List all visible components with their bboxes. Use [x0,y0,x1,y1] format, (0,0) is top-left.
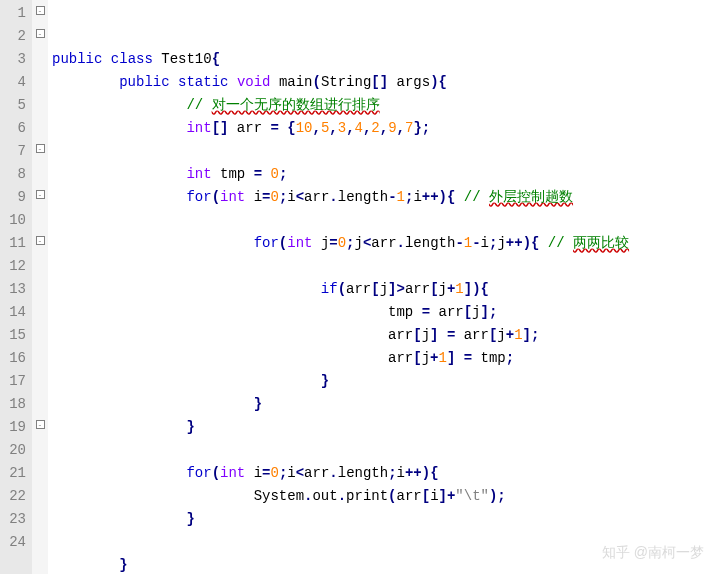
code-line[interactable]: public class Test10{ [52,48,720,71]
line-number: 17 [2,370,26,393]
fold-marker [32,161,48,184]
fold-column: ------ [32,0,48,574]
fold-marker [32,391,48,414]
fold-marker [32,506,48,529]
fold-marker [32,483,48,506]
code-line[interactable]: for(int i=0;i<arr.length-1;i++){ // 外层控制… [52,186,720,209]
line-number: 18 [2,393,26,416]
fold-marker [32,46,48,69]
fold-marker[interactable]: - [32,414,48,437]
line-number: 4 [2,71,26,94]
fold-marker [32,115,48,138]
fold-marker [32,207,48,230]
line-number: 12 [2,255,26,278]
line-number: 21 [2,462,26,485]
code-line[interactable]: arr[j+1] = tmp; [52,347,720,370]
code-line[interactable]: int tmp = 0; [52,163,720,186]
code-line[interactable]: int[] arr = {10,5,3,4,2,9,7}; [52,117,720,140]
line-number: 9 [2,186,26,209]
line-number: 6 [2,117,26,140]
line-number: 24 [2,531,26,554]
line-number: 2 [2,25,26,48]
line-number: 20 [2,439,26,462]
code-line[interactable] [52,439,720,462]
line-number: 22 [2,485,26,508]
line-number: 3 [2,48,26,71]
line-number: 7 [2,140,26,163]
fold-marker [32,322,48,345]
fold-marker [32,299,48,322]
code-line[interactable]: } [52,370,720,393]
line-number: 16 [2,347,26,370]
line-number: 23 [2,508,26,531]
line-number: 1 [2,2,26,25]
code-line[interactable]: public static void main(String[] args){ [52,71,720,94]
code-line[interactable] [52,255,720,278]
code-line[interactable]: for(int i=0;i<arr.length;i++){ [52,462,720,485]
code-line[interactable]: System.out.print(arr[i]+"\t"); [52,485,720,508]
fold-marker[interactable]: - [32,0,48,23]
fold-marker[interactable]: - [32,23,48,46]
code-line[interactable]: // 对一个无序的数组进行排序 [52,94,720,117]
line-number: 5 [2,94,26,117]
code-line[interactable]: for(int j=0;j<arr.length-1-i;j++){ // 两两… [52,232,720,255]
code-line[interactable]: arr[j] = arr[j+1]; [52,324,720,347]
line-number-gutter: 123456789101112131415161718192021222324 [0,0,32,574]
fold-marker [32,276,48,299]
line-number: 19 [2,416,26,439]
fold-marker [32,460,48,483]
fold-marker [32,253,48,276]
line-number: 11 [2,232,26,255]
fold-marker[interactable]: - [32,230,48,253]
fold-marker[interactable]: - [32,184,48,207]
code-line[interactable]: if(arr[j]>arr[j+1]){ [52,278,720,301]
code-area[interactable]: public class Test10{ public static void … [48,0,720,574]
fold-marker[interactable]: - [32,138,48,161]
code-line[interactable]: } [52,508,720,531]
code-line[interactable]: } [52,416,720,439]
line-number: 14 [2,301,26,324]
line-number: 10 [2,209,26,232]
code-line[interactable] [52,209,720,232]
code-line[interactable] [52,140,720,163]
line-number: 13 [2,278,26,301]
fold-marker [32,529,48,552]
fold-marker [32,368,48,391]
line-number: 15 [2,324,26,347]
line-number: 8 [2,163,26,186]
fold-marker [32,437,48,460]
watermark: 知乎 @南柯一梦 [602,541,704,564]
fold-marker [32,345,48,368]
code-line[interactable]: } [52,393,720,416]
fold-marker [32,69,48,92]
code-line[interactable]: tmp = arr[j]; [52,301,720,324]
fold-marker [32,92,48,115]
